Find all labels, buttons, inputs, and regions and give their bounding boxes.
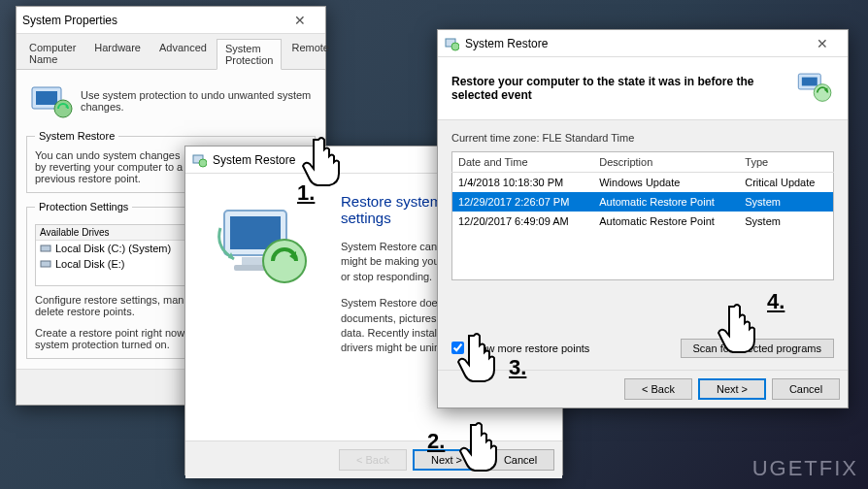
disk-icon	[40, 243, 51, 254]
window-title: System Restore	[465, 37, 548, 50]
col-desc[interactable]: Description	[593, 152, 739, 173]
restore-art-icon	[205, 193, 321, 300]
cell-desc: Automatic Restore Point	[593, 212, 739, 231]
tab-system-protection[interactable]: System Protection	[217, 39, 283, 70]
svg-rect-3	[41, 245, 50, 251]
disk-icon	[40, 258, 51, 270]
svg-rect-1	[36, 91, 57, 105]
wizard-header: Restore your computer to the state it wa…	[438, 57, 848, 120]
close-button[interactable]: ✕	[281, 9, 319, 32]
wizard-body: Current time zone: FLE Standard Time Dat…	[438, 120, 848, 370]
button-row: < Back Next > Cancel	[438, 370, 848, 408]
button-row: < Back Next > Cancel	[185, 440, 562, 478]
cancel-button[interactable]: Cancel	[772, 378, 840, 400]
cell-date: 12/29/2017 2:26:07 PM	[452, 192, 594, 212]
cell-date: 12/20/2017 6:49:09 AM	[452, 212, 594, 231]
svg-rect-4	[41, 261, 50, 267]
titlebar: System Restore ✕	[438, 30, 848, 57]
back-button[interactable]: < Back	[624, 378, 692, 400]
watermark: UGETFIX	[752, 456, 858, 481]
cancel-button[interactable]: Cancel	[486, 449, 554, 471]
window-title: System Restore	[213, 153, 295, 167]
scan-affected-button[interactable]: Scan for affected programs	[681, 339, 834, 358]
show-more-input[interactable]	[451, 342, 464, 354]
restore-points-table[interactable]: Date and Time Description Type 1/4/2018 …	[451, 151, 834, 280]
timezone-label: Current time zone: FLE Standard Time	[451, 132, 834, 144]
restore-text: You can undo system changes by reverting…	[35, 149, 189, 184]
hint-text: Use system protection to undo unwanted s…	[81, 89, 316, 113]
wizard-heading: Restore your computer to the state it wa…	[451, 75, 793, 102]
protection-legend: Protection Settings	[35, 201, 132, 212]
cell-type: Critical Update	[739, 173, 833, 193]
restore-art-icon	[793, 67, 834, 110]
back-button: < Back	[339, 449, 407, 471]
cell-desc: Automatic Restore Point	[593, 192, 739, 212]
table-row[interactable]: 1/4/2018 10:18:30 PM Windows Update Crit…	[452, 173, 834, 193]
drive-label: Local Disk (E:)	[55, 258, 125, 270]
col-date[interactable]: Date and Time	[452, 152, 594, 173]
tab-computer-name[interactable]: Computer Name	[20, 38, 84, 69]
cell-desc: Windows Update	[593, 173, 739, 193]
next-button[interactable]: Next >	[698, 378, 766, 400]
system-restore-wizard-2: System Restore ✕ Restore your computer t…	[437, 29, 849, 408]
tab-hardware[interactable]: Hardware	[85, 38, 150, 69]
tab-advanced[interactable]: Advanced	[150, 38, 216, 69]
table-row	[452, 231, 834, 279]
tabs: Computer Name Hardware Advanced System P…	[17, 34, 325, 70]
table-row[interactable]: 12/20/2017 6:49:09 AM Automatic Restore …	[452, 212, 834, 231]
show-more-label: Show more restore points	[468, 342, 589, 354]
titlebar: System Properties ✕	[17, 7, 325, 34]
next-button[interactable]: Next >	[413, 449, 481, 471]
restore-icon	[191, 152, 207, 168]
svg-point-13	[451, 43, 459, 50]
col-type[interactable]: Type	[739, 152, 833, 173]
svg-point-11	[263, 240, 306, 282]
restore-icon	[444, 36, 459, 51]
svg-point-2	[54, 100, 72, 117]
cell-date: 1/4/2018 10:18:30 PM	[452, 173, 594, 193]
tab-remote[interactable]: Remote	[283, 38, 338, 69]
table-row-selected[interactable]: 12/29/2017 2:26:07 PM Automatic Restore …	[452, 192, 834, 212]
svg-point-6	[199, 159, 207, 167]
protection-icon	[26, 80, 73, 122]
show-more-checkbox[interactable]: Show more restore points	[451, 342, 589, 354]
close-button[interactable]: ✕	[803, 32, 842, 55]
system-restore-legend: System Restore	[35, 130, 118, 142]
svg-rect-15	[801, 78, 817, 86]
drive-label: Local Disk (C:) (System)	[55, 243, 171, 254]
cell-type: System	[739, 212, 833, 231]
window-title: System Properties	[22, 14, 117, 27]
cell-type: System	[739, 192, 833, 212]
wizard-sidebar	[185, 174, 341, 440]
